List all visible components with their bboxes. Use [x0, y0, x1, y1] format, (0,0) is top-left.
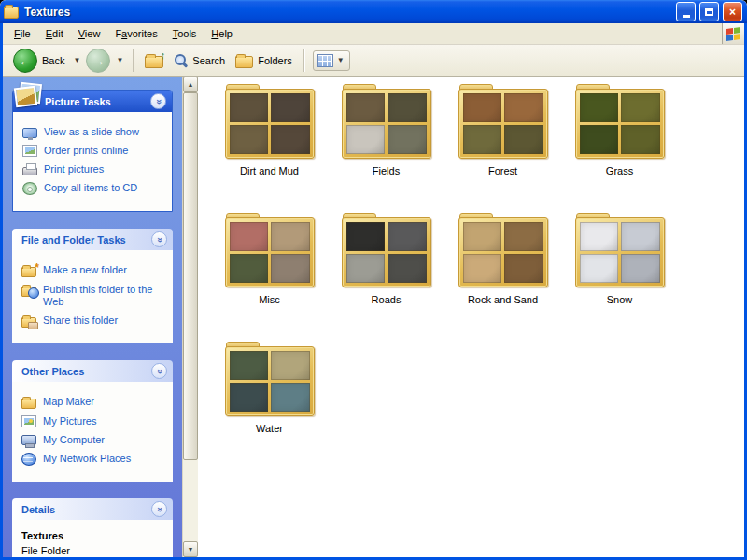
- details-header[interactable]: Details »: [12, 498, 173, 520]
- folder-view: Dirt and MudFieldsForestGrassMiscRoadsRo…: [198, 77, 744, 557]
- my-pictures-icon: [21, 415, 36, 427]
- texture-preview-tiles: [346, 93, 427, 154]
- folder-item[interactable]: Rock and Sand: [446, 213, 560, 306]
- menu-view[interactable]: View: [71, 25, 108, 42]
- texture-tile: [271, 222, 310, 251]
- folder-item[interactable]: Misc: [213, 213, 327, 306]
- task-link[interactable]: Order prints online: [22, 145, 166, 157]
- task-link[interactable]: My Computer: [21, 434, 167, 446]
- task-pane-scrollbar[interactable]: ▲ ▼: [182, 77, 198, 557]
- task-label: Make a new folder: [43, 264, 127, 276]
- file-folder-tasks-panel: File and Folder Tasks » Make a new folde…: [12, 229, 173, 343]
- network-icon: [21, 453, 36, 466]
- texture-tile: [271, 93, 310, 122]
- folder-item[interactable]: Grass: [563, 84, 677, 177]
- task-label: My Computer: [43, 434, 105, 446]
- search-button[interactable]: Search: [171, 51, 228, 69]
- texture-preview-tiles: [346, 222, 427, 283]
- maximize-button[interactable]: [699, 2, 719, 21]
- folder-thumbnail-icon: [575, 84, 665, 159]
- texture-tile: [346, 254, 386, 283]
- back-button[interactable]: ← Back: [10, 47, 67, 75]
- folder-item[interactable]: Dirt and Mud: [213, 84, 327, 177]
- file-folder-tasks-header[interactable]: File and Folder Tasks »: [12, 229, 173, 250]
- task-label: Share this folder: [43, 315, 118, 327]
- menu-tools[interactable]: Tools: [165, 25, 204, 42]
- folder-item[interactable]: Snow: [563, 213, 677, 306]
- views-dropdown-icon: ▼: [336, 56, 345, 64]
- texture-tile: [346, 93, 386, 122]
- scrollbar-thumb[interactable]: [183, 92, 198, 460]
- folder-item[interactable]: Fields: [330, 84, 444, 177]
- texture-tile: [580, 254, 619, 283]
- texture-tile: [271, 351, 310, 380]
- forward-dropdown-icon[interactable]: ▼: [115, 56, 124, 64]
- collapse-chevron-icon[interactable]: »: [151, 501, 167, 517]
- texture-tile: [504, 93, 543, 122]
- task-link[interactable]: Print pictures: [22, 163, 166, 175]
- views-button[interactable]: ▼: [313, 50, 350, 71]
- texture-tile: [388, 125, 427, 154]
- texture-preview-tiles: [230, 351, 310, 412]
- scroll-down-icon[interactable]: ▼: [183, 541, 198, 557]
- windows-flag-icon: [726, 27, 740, 41]
- texture-preview-tiles: [463, 222, 543, 283]
- details-folder-type: File Folder: [21, 544, 167, 557]
- texture-tile: [271, 125, 310, 154]
- back-dropdown-icon[interactable]: ▼: [72, 56, 81, 64]
- folder-item[interactable]: Water: [213, 342, 327, 435]
- close-button[interactable]: ×: [723, 2, 742, 21]
- back-icon: ←: [13, 49, 37, 73]
- texture-tile: [230, 125, 269, 154]
- texture-tile: [580, 222, 619, 251]
- folder-item[interactable]: Roads: [330, 213, 444, 306]
- texture-tile: [271, 383, 310, 412]
- task-link[interactable]: Copy all items to CD: [22, 182, 166, 195]
- task-link[interactable]: My Pictures: [21, 415, 167, 427]
- texture-preview-tiles: [463, 93, 543, 154]
- menu-favorites[interactable]: Favorites: [107, 25, 164, 42]
- picture-tasks-icon: [15, 83, 39, 105]
- texture-tile: [504, 125, 543, 154]
- task-link[interactable]: View as a slide show: [22, 126, 166, 138]
- scrollbar-track[interactable]: [183, 92, 198, 541]
- collapse-chevron-icon[interactable]: »: [151, 231, 167, 247]
- scroll-up-icon[interactable]: ▲: [183, 77, 198, 92]
- task-link[interactable]: Map Maker: [21, 396, 167, 409]
- task-link[interactable]: Publish this folder to the Web: [21, 284, 167, 308]
- menu-file[interactable]: File: [7, 25, 38, 42]
- views-icon: [317, 54, 333, 67]
- forward-button[interactable]: →: [86, 49, 110, 73]
- minimize-button[interactable]: [676, 2, 696, 21]
- folder-thumbnail-icon: [225, 213, 315, 287]
- menu-edit[interactable]: Edit: [38, 25, 71, 42]
- task-link[interactable]: Make a new folder: [21, 264, 167, 277]
- folder-label: Water: [256, 423, 283, 435]
- texture-tile: [230, 383, 269, 412]
- file-folder-tasks-list: Make a new folderPublish this folder to …: [12, 250, 173, 343]
- collapse-chevron-icon[interactable]: »: [150, 93, 166, 109]
- print-pictures-icon: [22, 167, 37, 175]
- folder-frame: [342, 217, 431, 287]
- task-link[interactable]: Share this folder: [21, 315, 167, 328]
- texture-preview-tiles: [230, 93, 310, 154]
- folder-label: Forest: [488, 165, 517, 177]
- task-label: Order prints online: [44, 145, 129, 157]
- folders-label: Folders: [258, 55, 292, 66]
- folder-frame: [225, 346, 315, 416]
- folder-item[interactable]: Forest: [446, 84, 560, 177]
- folders-button[interactable]: Folders: [233, 51, 295, 70]
- texture-tile: [504, 222, 543, 251]
- share-folder-icon: [21, 317, 36, 328]
- texture-preview-tiles: [580, 222, 660, 283]
- window-folder-icon: [4, 7, 19, 19]
- menu-help[interactable]: Help: [204, 25, 240, 42]
- task-link[interactable]: My Network Places: [21, 453, 167, 466]
- other-places-header[interactable]: Other Places »: [12, 360, 173, 382]
- task-label: Print pictures: [44, 163, 104, 175]
- window-body: FileEditViewFavoritesToolsHelp ← Back ▼ …: [0, 23, 747, 560]
- up-button[interactable]: ↑: [142, 49, 166, 72]
- texture-tile: [621, 222, 660, 251]
- collapse-chevron-icon[interactable]: »: [151, 363, 167, 379]
- window-title: Textures: [22, 6, 672, 19]
